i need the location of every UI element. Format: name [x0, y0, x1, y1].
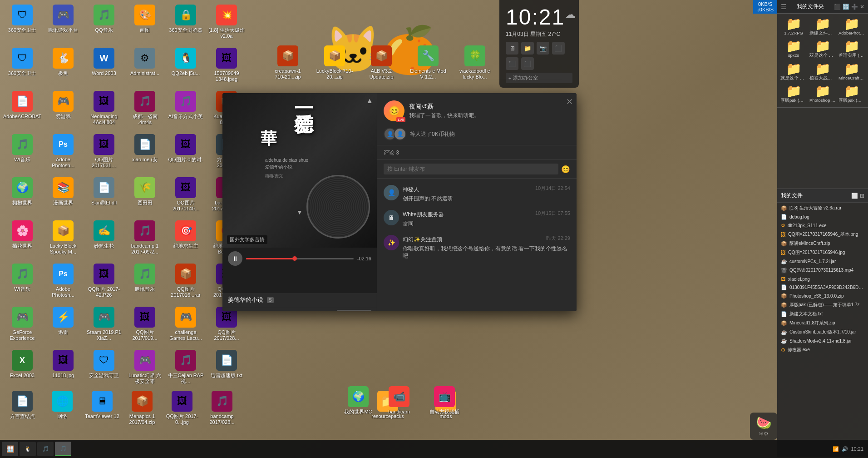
clock-icon-3[interactable]: ⬛ — [521, 57, 534, 70]
desktop-icon-net[interactable]: 🌐 网络 — [42, 388, 82, 428]
desktop-icon-elements[interactable]: 🔧 Elements e Mod V 1.2... — [408, 43, 448, 82]
rfp-file-17[interactable]: ⚙ 修改器.exe — [777, 345, 868, 354]
desktop-icon-6[interactable]: 💥 [1.8] 生活大爆炸 v2.0a — [207, 2, 247, 45]
rfp-file-6[interactable]: 🖼 QQ图=20170317165946.jpg — [777, 248, 868, 257]
desktop-icon-field[interactable]: 🌾 图田田 — [125, 175, 165, 218]
desktop-icon-word[interactable]: W Word 2003 — [84, 45, 124, 89]
emoji-button[interactable]: 😊 — [561, 165, 570, 174]
clock-icon-2[interactable]: ⬛ — [506, 57, 518, 70]
desktop-icon-albzip[interactable]: 📦 ALB V3.2 Update.zip — [361, 43, 401, 82]
desktop-icon-ai[interactable]: 🎵 AI音乐方式小美 — [166, 89, 206, 132]
share-button[interactable]: 📤 分享 — [289, 310, 316, 311]
desktop-icon-challenge[interactable]: 🎮 challenge Games Lacu... — [166, 304, 206, 348]
rfp-file-12[interactable]: 📦 厚版pak (已解包)——第于填单1.7z — [777, 300, 868, 309]
rp-icon-3[interactable]: ➕ — [851, 4, 858, 10]
desktop-icon-luckyblock[interactable]: 📦 LuckyBlock 710-20...zip — [315, 43, 355, 82]
folder-2[interactable]: 📁 新建文件夹 (2) — [809, 16, 837, 37]
rfp-file-3[interactable]: ⚙ dlt213pk_S111.exe — [777, 221, 868, 230]
desktop-icon-lucky[interactable]: 📦 Lucky Block Spooky M... — [43, 218, 83, 261]
desktop-icon-pubg1[interactable]: 🎯 绝地求生主 — [166, 218, 206, 261]
folder-6[interactable]: 📁 盖适实用 (1.7.2) — [838, 38, 866, 60]
desktop-icon-8[interactable]: 🐇 极兔 — [43, 45, 83, 89]
desktop-icon-ps[interactable]: Ps Adobe Photosh... — [43, 132, 83, 175]
desktop-icon-skin[interactable]: 📄 Skin刷El.dll — [84, 175, 124, 218]
desktop-icon-fanzhe[interactable]: 📄 方言查结点 — [2, 388, 42, 428]
desktop-icon-gfe[interactable]: 🎮 GeForce Experience — [2, 304, 42, 348]
rfp-file-16[interactable]: ☕ ShadersMod-v2.4.11-mc1.8.jar — [777, 337, 868, 345]
rfp-file-2[interactable]: 📄 debug.log — [777, 213, 868, 221]
desktop-icon-manga[interactable]: 📚 漫画世界 — [43, 175, 83, 218]
desktop-icon-qqimg5[interactable]: 🖼 QQ图片 2017-42.P26 — [84, 261, 124, 304]
desktop-icon-excel[interactable]: X Excel 2003 — [2, 348, 42, 391]
desktop-icon-4[interactable]: 🎨 画图 — [125, 2, 165, 45]
folder-9[interactable]: 📁 MinceCraft FIC服务… — [838, 61, 866, 82]
want-sing-button[interactable]: 我也要唱 — [337, 310, 371, 311]
desktop-icon-img1[interactable]: 🖼 150789049 1348.jpeg — [207, 45, 247, 89]
folder-3[interactable]: 📁 AdobePhotoshopCS6 — [838, 16, 866, 37]
rfp-file-10[interactable]: 📄 0130391F4555A3AF909D242B6D8E57... — [777, 283, 868, 292]
pause-button[interactable]: ⏸ — [228, 251, 242, 266]
comment-input[interactable] — [384, 164, 558, 174]
rfp-view-icon[interactable]: ⊞ — [860, 193, 864, 199]
desktop-icon-2[interactable]: 🎮 腾讯游戏平台 — [43, 2, 83, 45]
desktop-icon-bc3[interactable]: 🎵 bandcamp 2017/028... — [202, 388, 242, 428]
add-work-button[interactable]: + 添加办公室 — [506, 73, 572, 83]
desktop-icon-creapawn[interactable]: 📦 creapawn-1 710-20...zip — [268, 43, 308, 82]
desktop-icon-jpg1[interactable]: 🖼 11018.jpg — [43, 348, 83, 391]
folder-12[interactable]: 📁 厚版pak (已 解包) —— — [838, 83, 866, 105]
desktop-icon-xiao[interactable]: 📄 xiao.me (安 — [125, 132, 165, 175]
progress-bar[interactable] — [246, 258, 354, 259]
send-flowers-button[interactable]: 🌹 送花 — [228, 310, 255, 311]
send-gift-button[interactable]: 🎁 送礼 — [258, 310, 285, 311]
desktop-icon-music1[interactable]: 🎵 成都一省南 .4m4s — [125, 89, 165, 132]
clock-icon-screen[interactable]: 🖥 — [506, 42, 518, 55]
desktop-icon-qqimg3[interactable]: 🖼 QQ图片-0 的时. — [166, 132, 206, 175]
rfp-file-15[interactable]: ☕ CustomSkinLoader版本1.7/10.jar — [777, 328, 868, 337]
desktop-icon-bilibili[interactable]: 📺 自动方视频捕 — [424, 384, 464, 417]
folder-1[interactable]: 📁 1.7.2RPG — [779, 16, 808, 37]
folder-11[interactable]: 📁 Photoshop CS6 13.0.0 —— — [809, 83, 837, 105]
desktop-icon-1[interactable]: 🛡 360安全卫士 — [2, 2, 42, 45]
scroll-down-btn[interactable]: ▼ — [296, 209, 303, 216]
rfp-file-7[interactable]: ☕ customNPCs_1.7.2i.jar — [777, 257, 868, 266]
folder-8[interactable]: 📁 植被大战僵尸 中文V霸版 — [809, 61, 837, 82]
desktop-icon-thunder[interactable]: ⚡ 迅雷 — [43, 304, 83, 348]
desktop-icon-world[interactable]: 🌍 拥抱世界 — [2, 175, 42, 218]
desktop-icon-game2[interactable]: 🎮 爱游戏 — [43, 89, 83, 132]
desktop-icon-flower[interactable]: 🌸 插花世界 — [2, 218, 42, 261]
folder-5[interactable]: 📁 双是这个 Bandicam… — [809, 38, 837, 60]
hamburger-icon[interactable]: ☰ — [781, 3, 787, 10]
desktop-icon-txt1[interactable]: 📄 迅雷超速版 txt — [207, 348, 247, 391]
desktop-icon-wimusic2[interactable]: 🎵 WI音乐 — [2, 261, 42, 304]
desktop-icon-adb[interactable]: 📄 AdobeACROBAT — [2, 89, 42, 132]
desktop-icon-qqimg2[interactable]: 🖼 QQ图片2017031… — [84, 132, 124, 175]
taskbar-app-active[interactable]: 🎵 — [55, 442, 71, 456]
desktop-icon-ps2[interactable]: Ps Adobe Photosh... — [43, 261, 83, 304]
clock-icon-1[interactable]: ⬛ — [552, 42, 565, 55]
desktop-icon-qq1[interactable]: 🐧 QQ2eb j5u... — [166, 45, 206, 89]
desktop-icon-qqimg7[interactable]: 🖼 QQ图片 2017/019... — [125, 304, 165, 348]
desktop-icon-qqimg4[interactable]: 🖼 QQ图片20170140... — [166, 175, 206, 218]
desktop-icon-tencent[interactable]: 🎵 腾讯音乐 — [125, 261, 165, 304]
desktop-icon-guard[interactable]: 🛡 安全游戏守卫 — [84, 348, 124, 391]
desktop-icon-mena[interactable]: 📦 Menapics 1 2017/04.zip — [122, 388, 162, 428]
rfp-file-4[interactable]: 🖼 QQ图=20170317165946_基本.png — [777, 230, 868, 239]
desktop-icon-qqimg9[interactable]: 🖼 QQ图片 2017-0...jpg — [162, 388, 202, 428]
folder-10[interactable]: 📁 厚版pak (已 解包) —— — [779, 83, 808, 105]
taskbar-app-2[interactable]: 🎵 — [37, 442, 54, 456]
desktop-icon-steam[interactable]: 🎮 Steam 2019.P1 XiaZ... — [84, 304, 124, 348]
desktop-icon-wacka[interactable]: 🍀 wackadoodl e lucky Blo... — [455, 43, 495, 82]
desktop-icon-admin[interactable]: ⚙ Administrat... — [125, 45, 165, 89]
folder-7[interactable]: 📁 就是这个 Bandicam… — [779, 61, 808, 82]
desktop-icon-write[interactable]: ✍ 妙笔生花 — [84, 218, 124, 261]
rfp-file-13[interactable]: 📄 新建文本文档.txt — [777, 309, 868, 319]
desktop-icon-7[interactable]: 🛡 360安全卫士 — [2, 45, 42, 89]
desktop-icon-bc2[interactable]: 🎵 bandcamp 1 2017-09-2... — [125, 218, 165, 261]
taskbar-app-1[interactable]: 🐧 — [20, 442, 36, 456]
desktop-icon-qqzip[interactable]: 📦 QQ图片2017016...rar — [166, 261, 206, 304]
clock-icon-photo[interactable]: 📷 — [537, 42, 549, 55]
clock-icon-file[interactable]: 📁 — [521, 42, 534, 55]
desktop-icon-lunatic[interactable]: 🎮 Lunatic幻界 六极安全零 — [125, 348, 165, 391]
rfp-file-11[interactable]: 📦 Photoshop_cS6_13.0.0.zip — [777, 292, 868, 300]
desktop-icon-3[interactable]: 🎵 QQ音乐 — [84, 2, 124, 45]
